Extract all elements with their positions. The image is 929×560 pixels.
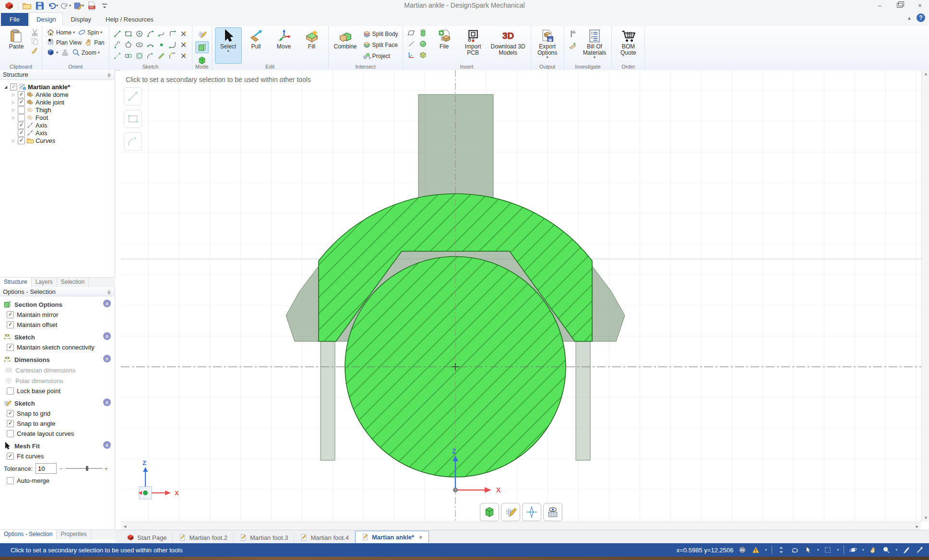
expand-icon[interactable]: ▷ [11, 100, 16, 105]
plan-view-button[interactable]: Plan View [45, 37, 83, 47]
ruler-button[interactable] [569, 42, 577, 50]
sline-button[interactable] [407, 40, 416, 48]
export-options-button[interactable]: ExportOptions▾ [534, 27, 561, 64]
sketch-tool-xred-button[interactable] [179, 39, 189, 50]
sketch-tool-xred-button[interactable] [179, 28, 189, 39]
panel-tab-properties[interactable]: Properties [57, 530, 91, 540]
sketch-tool-spline2-button[interactable] [156, 28, 167, 39]
plane-button[interactable] [407, 29, 416, 37]
qat-redo-button[interactable]: ▾ [60, 1, 71, 11]
sketch-tool-ellipse-button[interactable] [134, 39, 145, 50]
chevron-down-icon[interactable]: ▾ [817, 548, 819, 552]
home-button[interactable]: Home▾ [45, 27, 76, 37]
pan-icon[interactable] [869, 546, 877, 554]
chevron-down-icon[interactable]: ▾ [56, 4, 58, 7]
brush-button[interactable] [31, 47, 39, 55]
close-tab-icon[interactable]: × [419, 534, 423, 541]
tree-item-thigh[interactable]: ▷Thigh [0, 106, 115, 114]
spin-view-icon[interactable] [849, 546, 858, 554]
tolerance-slider[interactable]: −+ [60, 465, 108, 472]
option-maintain-offset[interactable]: ✓Maintain offset [0, 320, 115, 330]
mode-modesection-button[interactable] [195, 41, 209, 53]
horizontal-scrollbar[interactable]: ◄ ► [121, 522, 921, 530]
cube3d-button[interactable]: ▾ [45, 47, 60, 58]
qat-save-button[interactable] [35, 1, 45, 11]
collapse-section-button[interactable] [103, 441, 111, 449]
shell-button[interactable] [419, 51, 427, 59]
tree-item-axis[interactable]: ✓Axis [0, 129, 115, 137]
option-snap-to-angle[interactable]: ✓Snap to angle [0, 419, 115, 429]
rotate-tool-ghost-button[interactable] [124, 132, 142, 151]
select-tool-ghost-button[interactable] [124, 87, 142, 105]
slider-track[interactable] [65, 468, 103, 469]
cut-button[interactable] [31, 28, 39, 36]
stop-icon[interactable] [738, 546, 747, 554]
sketch-arrow-icon[interactable] [902, 546, 911, 554]
paste-button[interactable]: Paste [3, 27, 30, 64]
sketch-tool-pencil-button[interactable] [156, 50, 167, 61]
tree-item-ankle-dome[interactable]: ▷✓Ankle dome [0, 91, 115, 98]
visibility-checkbox[interactable]: ✓ [18, 129, 25, 137]
panel-tab-structure[interactable]: Structure [0, 278, 32, 288]
import-pcb-button[interactable]: ImportPCB [460, 27, 487, 64]
sketch-tool-bend-button[interactable] [167, 39, 178, 50]
tab-display[interactable]: Display [64, 13, 98, 26]
sketch-tool-arcsweep-button[interactable] [145, 50, 156, 61]
qat-saveas-button[interactable]: ▾ [73, 1, 84, 11]
collapse-section-button[interactable] [103, 300, 111, 307]
visibility-checkbox[interactable]: ✓ [18, 122, 25, 129]
slider-thumb[interactable] [86, 466, 88, 471]
select-cursor-icon[interactable] [804, 546, 812, 554]
project-button[interactable]: Project [361, 51, 400, 61]
option-checkbox[interactable] [7, 387, 14, 395]
bill-of-materials-button[interactable]: Bill OfMaterials▾ [581, 27, 609, 64]
bom-quote-button[interactable]: BOMQuote [615, 27, 642, 64]
visibility-checkbox[interactable] [18, 114, 25, 121]
stamp-button[interactable] [60, 47, 71, 58]
sketch-tool-circsq-button[interactable] [134, 50, 145, 61]
qat-undo-button[interactable]: ▾ [48, 1, 58, 11]
pin-icon[interactable] [106, 71, 112, 78]
option-snap-to-grid[interactable]: ✓Snap to grid [0, 408, 115, 419]
zoom-icon[interactable] [882, 546, 891, 554]
pin-icon[interactable] [106, 289, 112, 295]
fly-arrow-icon[interactable] [916, 546, 924, 554]
doc-tab-martian-foot-3[interactable]: Martian foot.3 [234, 532, 295, 543]
solid-view-button[interactable] [480, 503, 499, 521]
close-button[interactable]: × [914, 1, 926, 10]
option-checkbox[interactable]: ✓ [7, 453, 14, 460]
collapse-section-button[interactable] [103, 398, 111, 406]
tab-file[interactable]: File [1, 13, 28, 26]
caliper-button[interactable] [569, 30, 577, 38]
tolerance-input[interactable] [36, 463, 57, 474]
scroll-right-icon[interactable]: ► [915, 524, 919, 529]
visibility-checkbox[interactable]: ✓ [18, 99, 25, 106]
option-auto-merge[interactable]: Auto-merge [0, 476, 115, 486]
sketch-tool-spline-button[interactable] [112, 39, 123, 50]
collapse-section-button[interactable] [103, 355, 111, 362]
option-checkbox[interactable]: ✓ [7, 311, 14, 318]
axes-button[interactable] [407, 51, 416, 59]
chevron-down-icon[interactable]: ▾ [862, 548, 864, 552]
scroll-up-icon[interactable]: ▲ [924, 71, 928, 76]
split-body-button[interactable]: Split Body [361, 29, 400, 39]
chevron-down-icon[interactable]: ▾ [765, 548, 767, 552]
chevron-down-icon[interactable]: ▾ [837, 548, 839, 552]
doc-tab-start-page[interactable]: Start Page [121, 532, 173, 543]
qat-stl-button[interactable] [86, 1, 97, 11]
sketch-tool-arc-button[interactable] [145, 28, 156, 39]
collapse-section-button[interactable] [103, 332, 111, 340]
move-tool-ghost-button[interactable] [124, 110, 142, 128]
expand-icon[interactable]: ▷ [11, 108, 16, 112]
option-checkbox[interactable]: ✓ [7, 420, 14, 427]
tree-item-foot[interactable]: ▷Foot [0, 114, 115, 121]
combine-button[interactable]: Combine [332, 27, 359, 64]
expand-icon[interactable]: ▷ [11, 116, 16, 120]
option-checkbox[interactable]: ✓ [7, 344, 14, 351]
slider-plus[interactable]: + [105, 465, 108, 472]
right-wall-surface[interactable] [576, 341, 590, 460]
pull-button[interactable]: Pull [243, 27, 270, 64]
spinner-icon[interactable] [777, 546, 786, 554]
qat-appcube-button[interactable] [4, 1, 14, 11]
download-3d-models-button[interactable]: Download 3DModels [488, 27, 528, 64]
